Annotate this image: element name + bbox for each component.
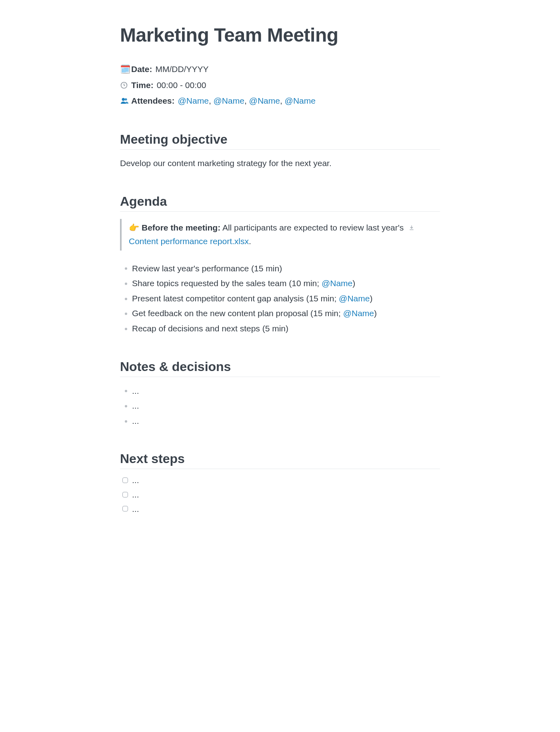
pointing-right-icon: 👉 (129, 223, 139, 232)
calendar-icon: 🗓️ (120, 62, 130, 76)
list-item: ... (120, 384, 440, 398)
checklist-item: ... (120, 487, 440, 502)
list-item: Get feedback on the new content plan pro… (120, 307, 440, 320)
page-title: Marketing Team Meeting (120, 24, 440, 46)
meta-date-line: 🗓️ Date: MM/DD/YYYY (120, 62, 440, 76)
agenda-list: Review last year's performance (15 min)S… (120, 262, 440, 335)
section-heading-agenda: Agenda (120, 194, 440, 212)
mention[interactable]: @Name (285, 96, 316, 105)
list-item-text: Get feedback on the new content plan pro… (132, 309, 343, 318)
separator: , (244, 96, 249, 105)
notes-list: ......... (120, 384, 440, 428)
meta-block: 🗓️ Date: MM/DD/YYYY Time: 00:00 - 00:00 … (120, 62, 440, 108)
mention[interactable]: @Name (343, 309, 374, 318)
separator: , (280, 96, 285, 105)
callout-text-before: All participants are expected to review … (220, 223, 406, 232)
list-item: ... (120, 414, 440, 428)
objective-body: Develop our content marketing strategy f… (120, 157, 440, 170)
checkbox[interactable] (122, 506, 128, 511)
callout-text-after: . (249, 237, 251, 246)
list-item-suffix: ) (374, 309, 377, 318)
mention[interactable]: @Name (214, 96, 244, 105)
download-icon (408, 222, 415, 235)
checklist-item-text: ... (132, 502, 139, 516)
callout-label: Before the meeting: (142, 223, 220, 232)
meta-attendees-list: @Name, @Name, @Name, @Name (178, 94, 316, 108)
document-page: Marketing Team Meeting 🗓️ Date: MM/DD/YY… (92, 0, 468, 580)
meta-time-value: 00:00 - 00:00 (157, 78, 206, 92)
list-item-text: Present latest competitor content gap an… (132, 294, 339, 303)
checklist-item-text: ... (132, 473, 139, 487)
checklist-item: ... (120, 502, 440, 516)
mention[interactable]: @Name (339, 294, 370, 303)
separator: , (209, 96, 214, 105)
file-link[interactable]: Content performance report.xlsx (129, 237, 249, 246)
mention[interactable]: @Name (249, 96, 280, 105)
list-item: ... (120, 399, 440, 413)
section-heading-notes: Notes & decisions (120, 359, 440, 377)
checkbox[interactable] (122, 477, 128, 483)
meta-attendees-label: Attendees: (131, 94, 175, 108)
meta-time-line: Time: 00:00 - 00:00 (120, 78, 440, 92)
list-item-suffix: ) (352, 279, 355, 288)
mention[interactable]: @Name (178, 96, 209, 105)
svg-point-1 (122, 98, 125, 101)
meta-time-label: Time: (131, 78, 154, 92)
agenda-callout: 👉Before the meeting: All participants ar… (120, 219, 440, 251)
list-item-text: Recap of decisions and next steps (5 min… (132, 324, 288, 333)
svg-point-2 (125, 98, 127, 101)
people-icon (120, 96, 130, 105)
list-item: Share topics requested by the sales team… (120, 277, 440, 290)
meta-date-label: Date: (131, 62, 152, 76)
section-heading-objective: Meeting objective (120, 132, 440, 150)
mention[interactable]: @Name (322, 279, 352, 288)
section-heading-next-steps: Next steps (120, 451, 440, 469)
checkbox[interactable] (122, 492, 128, 497)
list-item-text: Review last year's performance (15 min) (132, 264, 282, 273)
list-item: Recap of decisions and next steps (5 min… (120, 322, 440, 335)
next-steps-list: ......... (120, 473, 440, 516)
clock-icon (120, 81, 130, 89)
checklist-item: ... (120, 473, 440, 487)
meta-attendees-line: Attendees: @Name, @Name, @Name, @Name (120, 94, 440, 108)
list-item-text: Share topics requested by the sales team… (132, 279, 322, 288)
checklist-item-text: ... (132, 487, 139, 502)
meta-date-value: MM/DD/YYYY (156, 62, 209, 76)
list-item-suffix: ) (370, 294, 372, 303)
list-item: Present latest competitor content gap an… (120, 292, 440, 305)
list-item: Review last year's performance (15 min) (120, 262, 440, 275)
